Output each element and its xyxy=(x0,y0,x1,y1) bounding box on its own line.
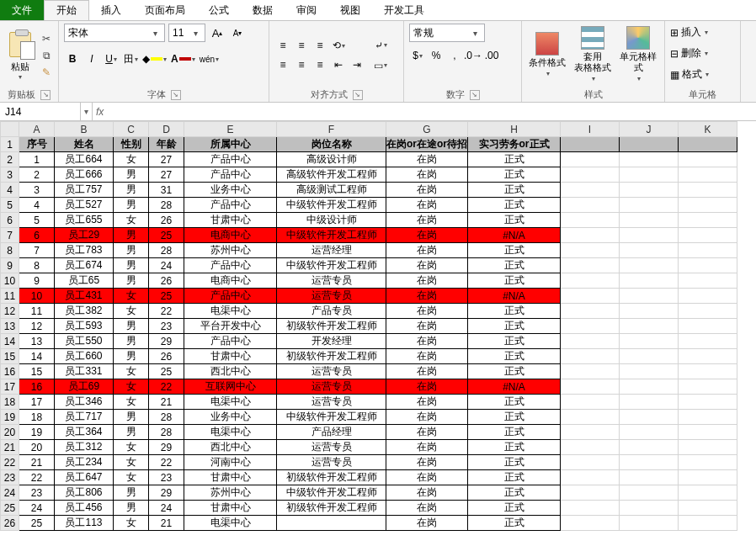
fx-icon[interactable]: fx xyxy=(96,106,104,118)
data-cell[interactable]: #N/A xyxy=(468,379,561,395)
data-cell[interactable]: 23 xyxy=(149,319,184,334)
data-cell[interactable]: 21 xyxy=(149,516,184,531)
data-cell[interactable]: 员工674 xyxy=(55,258,114,273)
data-cell[interactable]: 6 xyxy=(19,228,55,243)
data-header-cell[interactable]: 姓名 xyxy=(55,137,114,152)
data-cell[interactable]: 员工550 xyxy=(55,334,114,349)
data-cell[interactable]: 正式 xyxy=(468,349,561,364)
data-cell[interactable]: 27 xyxy=(149,152,184,167)
bold-button[interactable]: B xyxy=(64,50,81,67)
data-cell[interactable]: 16 xyxy=(19,379,55,395)
data-cell[interactable]: 21 xyxy=(149,395,184,410)
format-as-table-button[interactable]: 套用 表格格式▾ xyxy=(572,26,613,84)
data-cell[interactable]: 员工783 xyxy=(55,243,114,258)
data-cell[interactable]: 甘肃中心 xyxy=(184,470,277,485)
row-header[interactable]: 26 xyxy=(1,516,19,531)
data-cell[interactable]: 电商中心 xyxy=(184,228,277,243)
name-box-dropdown[interactable]: ▾ xyxy=(81,103,93,120)
align-bottom-button[interactable]: ≡ xyxy=(311,37,328,54)
data-cell[interactable]: 员工69 xyxy=(55,379,114,395)
tab-view[interactable]: 视图 xyxy=(328,0,372,20)
data-cell[interactable]: 中级软件开发工程师 xyxy=(277,228,386,243)
data-cell[interactable]: 正式 xyxy=(468,152,561,167)
comma-button[interactable]: , xyxy=(446,47,463,64)
col-header[interactable]: J xyxy=(620,122,679,137)
underline-button[interactable]: U▾ xyxy=(103,50,120,67)
row-header[interactable]: 17 xyxy=(1,379,19,395)
data-cell[interactable]: 27 xyxy=(149,167,184,183)
data-cell[interactable]: 22 xyxy=(149,379,184,395)
tab-layout[interactable]: 页面布局 xyxy=(133,0,197,20)
tab-insert[interactable]: 插入 xyxy=(89,0,133,20)
row-header[interactable]: 6 xyxy=(1,213,19,228)
data-cell[interactable]: 男 xyxy=(114,485,149,501)
data-cell[interactable]: 正式 xyxy=(468,395,561,410)
data-cell[interactable]: 初级软件开发工程师 xyxy=(277,319,386,334)
data-cell[interactable]: 28 xyxy=(149,243,184,258)
data-cell[interactable]: 18 xyxy=(19,410,55,425)
data-cell[interactable]: 在岗 xyxy=(386,425,468,440)
data-cell[interactable]: 甘肃中心 xyxy=(184,213,277,228)
data-cell[interactable]: 在岗 xyxy=(386,258,468,273)
row-header[interactable]: 24 xyxy=(1,485,19,501)
inc-decimal-button[interactable]: .0→ xyxy=(465,47,482,64)
data-cell[interactable]: 24 xyxy=(149,501,184,516)
data-cell[interactable]: 运营专员 xyxy=(277,395,386,410)
data-cell[interactable]: 在岗 xyxy=(386,395,468,410)
font-color-button[interactable]: A▾ xyxy=(170,50,196,67)
row-header[interactable]: 2 xyxy=(1,152,19,167)
row-header[interactable]: 19 xyxy=(1,410,19,425)
data-cell[interactable]: 25 xyxy=(149,364,184,379)
data-cell[interactable]: 运营专员 xyxy=(277,455,386,470)
data-cell[interactable]: 中级软件开发工程师 xyxy=(277,410,386,425)
data-cell[interactable]: 在岗 xyxy=(386,183,468,198)
data-cell[interactable]: 正式 xyxy=(468,364,561,379)
data-header-cell[interactable]: 年龄 xyxy=(149,137,184,152)
tab-formula[interactable]: 公式 xyxy=(197,0,241,20)
data-cell[interactable]: 在岗 xyxy=(386,485,468,501)
currency-button[interactable]: $▾ xyxy=(409,47,426,64)
name-box[interactable]: J14 xyxy=(0,103,81,120)
data-cell[interactable]: 在岗 xyxy=(386,243,468,258)
row-header[interactable]: 15 xyxy=(1,349,19,364)
data-cell[interactable]: 在岗 xyxy=(386,379,468,395)
col-header[interactable]: D xyxy=(149,122,184,137)
cell-styles-button[interactable]: 单元格样式▾ xyxy=(618,26,658,84)
data-cell[interactable]: 初级软件开发工程师 xyxy=(277,349,386,364)
data-cell[interactable]: 8 xyxy=(19,258,55,273)
row-header[interactable]: 11 xyxy=(1,289,19,304)
data-header-cell[interactable]: 在岗or在途or待招 xyxy=(386,137,468,152)
data-cell[interactable]: 2 xyxy=(19,167,55,183)
data-cell[interactable]: 苏州中心 xyxy=(184,243,277,258)
data-cell[interactable]: 产品中心 xyxy=(184,289,277,304)
data-cell[interactable]: 28 xyxy=(149,198,184,213)
cut-button[interactable] xyxy=(40,33,53,45)
dialog-launcher-icon[interactable]: ↘ xyxy=(353,90,363,100)
data-cell[interactable]: 女 xyxy=(114,455,149,470)
italic-button[interactable]: I xyxy=(83,50,100,67)
row-header[interactable]: 5 xyxy=(1,198,19,213)
data-cell[interactable]: 员工331 xyxy=(55,364,114,379)
data-cell[interactable]: 正式 xyxy=(468,410,561,425)
row-header[interactable]: 8 xyxy=(1,243,19,258)
data-cell[interactable]: 23 xyxy=(149,470,184,485)
indent-dec-button[interactable]: ⇤ xyxy=(330,56,347,73)
data-cell[interactable]: 在岗 xyxy=(386,213,468,228)
col-header[interactable]: G xyxy=(386,122,468,137)
row-header[interactable]: 25 xyxy=(1,501,19,516)
data-cell[interactable]: 7 xyxy=(19,243,55,258)
data-header-cell[interactable]: 序号 xyxy=(19,137,55,152)
align-top-button[interactable]: ≡ xyxy=(274,37,291,54)
data-cell[interactable]: 西北中心 xyxy=(184,440,277,455)
data-cell[interactable]: 员工456 xyxy=(55,501,114,516)
align-left-button[interactable]: ≡ xyxy=(274,56,291,73)
row-header[interactable]: 20 xyxy=(1,425,19,440)
increase-font-button[interactable]: A▴ xyxy=(209,24,226,41)
data-cell[interactable]: 电商中心 xyxy=(184,273,277,289)
format-cells-button[interactable]: ▦格式▾ xyxy=(670,66,709,83)
data-cell[interactable]: 在岗 xyxy=(386,364,468,379)
data-cell[interactable]: 平台开发中心 xyxy=(184,319,277,334)
chevron-down-icon[interactable]: ▾ xyxy=(19,73,22,81)
data-cell[interactable]: 男 xyxy=(114,349,149,364)
data-cell[interactable]: 男 xyxy=(114,501,149,516)
